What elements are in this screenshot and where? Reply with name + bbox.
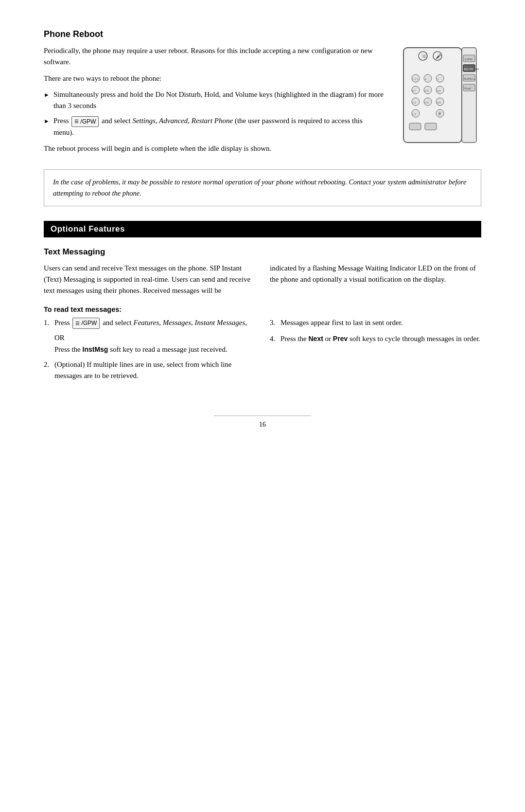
key-icon: ☰	[74, 118, 79, 126]
step-2-text: (Optional) If multiple lines are in use,…	[54, 359, 255, 382]
phone-diagram-svg: ☏ 🎤 /GPW &Q 0O &KU 4GFKCₙ *OₙF	[399, 45, 479, 157]
numbered-list-left: 1. Press ☰ /GPW and select Features, Mes…	[44, 317, 255, 329]
phone-reboot-section: Phone Reboot Periodically, the phone may…	[44, 29, 481, 206]
page-content: Phone Reboot Periodically, the phone may…	[44, 29, 481, 429]
text-messaging-description: Users can send and receive Text messages…	[44, 263, 481, 297]
bullet-text-2: Press ☰/GPW and select Settings, Advance…	[53, 115, 384, 138]
right-steps: 3. Messages appear first to last in sent…	[270, 317, 481, 387]
phone-reboot-title: Phone Reboot	[44, 29, 481, 39]
or-text: OR	[54, 334, 255, 342]
left-steps: 1. Press ☰ /GPW and select Features, Mes…	[44, 317, 255, 387]
step1-key-label: /GPW	[81, 319, 97, 328]
step-3-text: Messages appear first to last in sent or…	[280, 317, 403, 328]
prev-bold: Prev	[333, 335, 348, 343]
phone-reboot-twoways: There are two ways to reboot the phone:	[44, 73, 384, 84]
svg-text:/GPW: /GPW	[464, 57, 473, 61]
page-footer: 16	[214, 415, 311, 429]
step1-key-btn[interactable]: ☰ /GPW	[72, 318, 100, 329]
svg-text:1 2 3: 1 2 3	[412, 78, 418, 81]
step-1: 1. Press ☰ /GPW and select Features, Mes…	[44, 317, 255, 329]
bullet-item-2: ► Press ☰/GPW and select Settings, Advan…	[44, 115, 384, 138]
text-messaging-title: Text Messaging	[44, 247, 481, 257]
bullet-item-1: ► Simultaneously press and hold the Do N…	[44, 89, 384, 112]
bullet-arrow-1: ►	[44, 90, 50, 100]
note-box: In the case of problems, it may be possi…	[44, 169, 481, 206]
text-messaging-right-text: indicated by a flashing Message Waiting …	[270, 263, 481, 286]
text-messaging-left-text: Users can send and receive Text messages…	[44, 263, 255, 297]
phone-reboot-text-col: Periodically, the phone may require a us…	[44, 45, 384, 160]
svg-text:8 9: 8 9	[437, 101, 441, 104]
svg-text:&Q 0O: &Q 0O	[464, 67, 473, 71]
phone-diagram: ☏ 🎤 /GPW &Q 0O &KU 4GFKCₙ *OₙF	[399, 45, 481, 160]
step-1-num: 1.	[44, 317, 54, 328]
step1-italic: Features, Messages, Instant Messages,	[133, 319, 247, 326]
press-instmsg-text: Press the InstMsg soft key to read a mes…	[54, 344, 255, 355]
svg-text:&KU: &KU	[475, 68, 479, 71]
instmsg-bold: InstMsg	[83, 345, 108, 353]
step-3-num: 3.	[270, 317, 280, 328]
text-messaging-right: indicated by a flashing Message Waiting …	[270, 263, 481, 297]
svg-text:4GFKCₙ: 4GFKCₙ	[464, 77, 475, 80]
step1-key-icon: ☰	[75, 320, 80, 327]
numbered-list-step2: 2. (Optional) If multiple lines are in u…	[44, 359, 255, 382]
text-messaging-left: Users can send and receive Text messages…	[44, 263, 255, 297]
step-2-num: 2.	[44, 359, 54, 370]
svg-rect-28	[425, 123, 437, 130]
step-2: 2. (Optional) If multiple lines are in u…	[44, 359, 255, 382]
svg-text:*OₙF: *OₙF	[464, 87, 472, 90]
step-4-text: Press the Next or Prev soft keys to cycl…	[280, 333, 480, 344]
svg-text:4: 4	[425, 78, 426, 81]
svg-text:1 2: 1 2	[412, 113, 416, 116]
step-3: 3. Messages appear first to last in sent…	[270, 317, 481, 328]
phone-reboot-top: Periodically, the phone may require a us…	[44, 45, 481, 160]
svg-text:8 9: 8 9	[425, 90, 429, 92]
svg-text:5: 5	[437, 78, 438, 81]
note-text: In the case of problems, it may be possi…	[53, 178, 466, 197]
menu-key-btn[interactable]: ☰/GPW	[71, 116, 99, 127]
step-1-text: Press ☰ /GPW and select Features, Messag…	[54, 317, 247, 329]
key-label: /GPW	[80, 117, 96, 126]
step-4: 4. Press the Next or Prev soft keys to c…	[270, 333, 481, 344]
phone-reboot-intro: Periodically, the phone may require a us…	[44, 45, 384, 68]
next-bold: Next	[309, 335, 323, 343]
bullet-arrow-2: ►	[44, 117, 50, 126]
svg-text:☏: ☏	[421, 53, 428, 59]
svg-text:6 7: 6 7	[412, 90, 416, 92]
svg-rect-27	[409, 123, 421, 130]
read-subheading: To read text messages:	[44, 306, 481, 313]
svg-text:#: #	[438, 111, 441, 116]
reboot-conclusion: The reboot process will begin and is com…	[44, 143, 384, 154]
read-text-messages: To read text messages: 1. Press ☰ /GPW	[44, 306, 481, 387]
page-number: 16	[259, 421, 266, 428]
step-4-num: 4.	[270, 333, 280, 344]
bullet-text-1: Simultaneously press and hold the Do Not…	[53, 89, 384, 112]
svg-text:9 0: 9 0	[437, 90, 441, 92]
svg-text:🎤: 🎤	[436, 53, 442, 59]
optional-features-banner: Optional Features	[44, 221, 481, 237]
settings-path: Settings, Advanced, Restart Phone	[132, 117, 233, 125]
text-messaging-section: Text Messaging Users can send and receiv…	[44, 247, 481, 386]
svg-text:1 2: 1 2	[412, 101, 416, 104]
phone-reboot-bullets: ► Simultaneously press and hold the Do N…	[44, 89, 384, 139]
numbered-list-right: 3. Messages appear first to last in sent…	[270, 317, 481, 345]
steps-container: 1. Press ☰ /GPW and select Features, Mes…	[44, 317, 481, 387]
svg-text:6 8: 6 8	[425, 101, 429, 104]
